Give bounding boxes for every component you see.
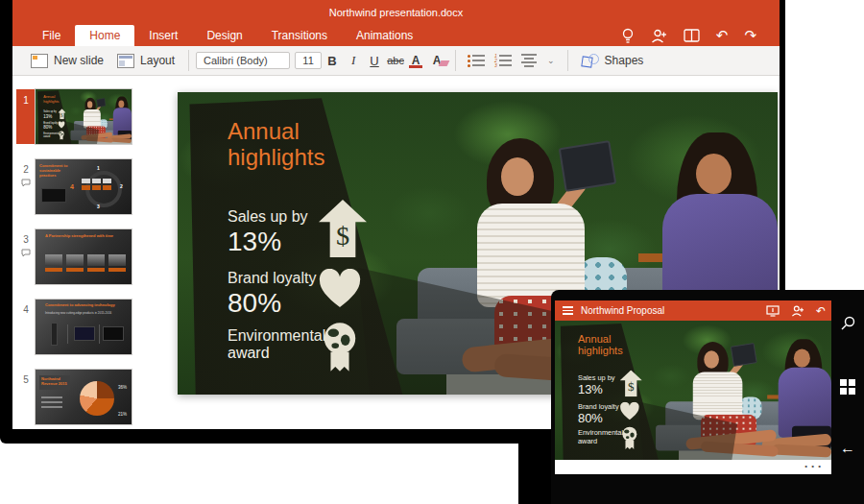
slide-title[interactable]: Annual highlights (228, 119, 348, 171)
mini-speaker (51, 323, 58, 346)
tab-file[interactable]: File (28, 25, 75, 46)
tab-design[interactable]: Design (192, 25, 256, 46)
font-color-button[interactable]: A (406, 54, 425, 67)
slide-4-thumbnail[interactable]: Commitment to advancing technology Intro… (36, 300, 132, 354)
more-options-icon[interactable]: • • • (804, 462, 822, 470)
slide-title[interactable]: Annual highlights (578, 333, 634, 357)
title-bar: Northwind presentation.docx (12, 0, 780, 24)
highlighter-icon (439, 60, 450, 66)
svg-text:$: $ (336, 221, 349, 251)
redo-icon[interactable]: ↷ (744, 26, 756, 45)
ribbon-tabs: File Home Insert Design Transitions Anim… (12, 24, 780, 46)
globe-award-icon (320, 321, 360, 372)
font-size-select[interactable]: 11 (295, 52, 322, 69)
share-contact-icon[interactable] (651, 29, 667, 43)
new-slide-button[interactable]: New slide (24, 51, 110, 71)
phone-slide-view[interactable]: Annual highlights Sales up by 13% Brand … (555, 321, 831, 460)
lightbulb-icon[interactable] (621, 28, 635, 43)
font-name-select[interactable]: Calibri (Body) (196, 52, 290, 69)
slide-5-number: 5 (23, 374, 29, 385)
phone-nav-bar: ← (831, 290, 864, 504)
slide-thumb-row-4[interactable]: 4 Commitment to advancing technology Int… (16, 300, 144, 354)
heart-icon (58, 121, 65, 129)
phone-screen: Northwind Proposal ↶ (555, 300, 831, 474)
globe-award-icon (59, 131, 65, 140)
slide-3-thumbnail[interactable]: A Partnership strengthened with time (36, 229, 132, 284)
phone-app-bar: Northwind Proposal ↶ (555, 300, 831, 321)
slide-photo: Annual highlights Sales up by 13% Brand … (555, 321, 831, 460)
mini-3d-tv (74, 326, 95, 341)
slide-text-layer[interactable]: Annual highlights Sales up by 13% Brand … (555, 321, 831, 460)
italic-button[interactable]: I (343, 51, 364, 70)
dollar-arrow-up-icon: $ (319, 200, 367, 257)
phone-doc-title: Northwind Proposal (581, 305, 664, 316)
tab-transitions[interactable]: Transitions (257, 25, 342, 46)
slide-1-selection-bar: 1 (16, 89, 36, 144)
slide-3-number: 3 (23, 234, 29, 245)
slide-text-layer[interactable]: Annual highlights Sales up by 13% Brand … (36, 89, 132, 144)
back-icon[interactable]: ← (840, 440, 855, 457)
slide-thumb-row-1[interactable]: 1 Annual highlights Sales up by (16, 89, 144, 144)
undo-icon[interactable]: ↶ (816, 304, 826, 318)
phone-bottom-strip: • • • (555, 460, 831, 474)
slide-item-sales[interactable]: Sales up by 13% (228, 207, 333, 257)
slide-2-thumbnail[interactable]: Commitment to sustainable practices 1 2 … (36, 159, 132, 214)
heart-icon (619, 402, 640, 420)
share-contact-icon[interactable] (791, 305, 804, 317)
tab-insert[interactable]: Insert (134, 25, 192, 46)
slide-thumb-row-5[interactable]: 5 Northwind Revenue 2015 36% 21% (16, 370, 144, 424)
document-title: Northwind presentation.docx (329, 7, 463, 18)
slide-thumb-row-2[interactable]: 2 Commitment to sustainable practices 1 … (16, 159, 144, 214)
underline-button[interactable]: U (364, 52, 385, 70)
slide-1-thumbnail[interactable]: Annual highlights Sales up by 13% Brand … (36, 89, 132, 144)
quick-toolbar: New slide Layout Calibri (Body) 11 B I U… (12, 46, 780, 76)
slide-thumb-row-3[interactable]: 3 A Partnership strengthened with time (16, 229, 144, 284)
mini-tv (41, 188, 66, 203)
tab-home[interactable]: Home (75, 25, 134, 46)
slide-title[interactable]: Annual highlights (43, 94, 62, 104)
hamburger-menu-icon[interactable] (563, 306, 573, 315)
undo-icon[interactable]: ↶ (716, 26, 729, 45)
layout-button[interactable]: Layout (110, 51, 181, 71)
present-screen-icon[interactable] (766, 305, 780, 317)
windows-start-icon[interactable] (840, 379, 855, 395)
mini-smart-tv (103, 326, 124, 341)
new-slide-icon (31, 54, 48, 68)
comment-icon[interactable] (21, 249, 31, 257)
phone-device: Northwind Proposal ↶ (551, 290, 864, 504)
ribbon-right-icons: ↶ ↷ (621, 26, 756, 45)
bullets-button[interactable] (468, 55, 485, 67)
shapes-icon (582, 54, 599, 67)
slides-panel: 1 Annual highlights Sales up by (12, 76, 144, 429)
read-view-icon[interactable] (684, 29, 700, 42)
bold-button[interactable]: B (322, 52, 343, 70)
divider (455, 50, 456, 71)
heart-icon (317, 269, 363, 309)
numbering-button[interactable]: 1 2 3 (494, 55, 512, 67)
slide-4-number: 4 (23, 304, 29, 315)
slide-5-thumbnail[interactable]: Northwind Revenue 2015 36% 21% (36, 370, 132, 424)
strikethrough-button[interactable]: abc (385, 53, 406, 68)
slide-photo: Annual highlights Sales up by 13% Brand … (36, 89, 132, 144)
chevron-down-icon[interactable]: ⌄ (547, 56, 555, 65)
dollar-arrow-up-icon: $ (620, 371, 642, 397)
clear-formatting-button[interactable]: A (425, 54, 448, 67)
svg-text:$: $ (628, 379, 635, 394)
font-color-swatch (409, 65, 422, 68)
shapes-button[interactable]: Shapes (575, 51, 651, 70)
dollar-arrow-up-icon: $ (59, 108, 66, 119)
slide-2-number: 2 (23, 164, 29, 175)
comment-icon[interactable] (21, 179, 31, 187)
globe-award-icon (620, 426, 638, 450)
divider (188, 50, 189, 71)
search-icon[interactable] (841, 316, 855, 330)
tab-animations[interactable]: Animations (342, 25, 427, 46)
layout-icon (117, 54, 134, 68)
screenshot-stage: Northwind presentation.docx File Home In… (0, 0, 864, 504)
align-button[interactable] (521, 54, 537, 67)
divider (567, 50, 568, 71)
mini-pie-chart (80, 381, 114, 416)
